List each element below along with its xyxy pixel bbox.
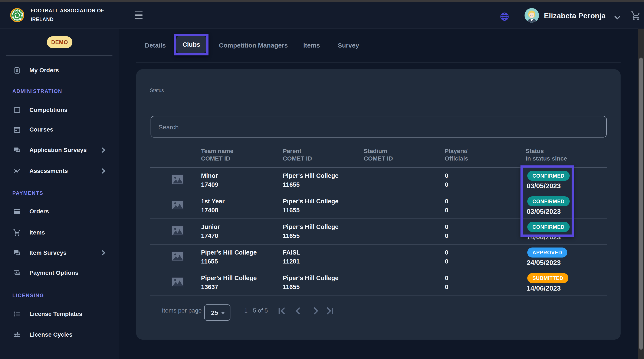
svg-text:$: $ <box>16 69 18 73</box>
